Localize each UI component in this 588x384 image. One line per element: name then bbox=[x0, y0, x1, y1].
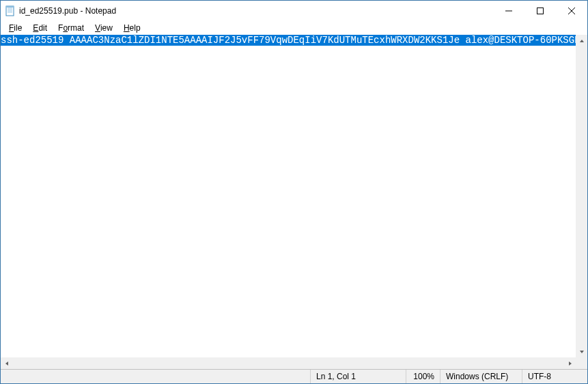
menu-view[interactable]: View bbox=[89, 22, 118, 34]
menu-format[interactable]: Format bbox=[53, 22, 89, 34]
maximize-button[interactable] bbox=[524, 1, 556, 20]
status-zoom: 100% bbox=[406, 370, 440, 383]
minimize-button[interactable] bbox=[493, 1, 524, 20]
scrollbar-horizontal[interactable] bbox=[1, 357, 576, 369]
scroll-corner bbox=[576, 357, 587, 369]
status-encoding: UTF-8 bbox=[522, 370, 587, 383]
scroll-track-horizontal[interactable] bbox=[12, 357, 564, 369]
svg-marker-11 bbox=[580, 351, 584, 353]
notepad-icon bbox=[5, 5, 16, 16]
scroll-left-button[interactable] bbox=[1, 357, 12, 369]
statusbar: Ln 1, Col 1 100% Windows (CRLF) UTF-8 bbox=[1, 369, 587, 383]
close-button[interactable] bbox=[556, 1, 587, 20]
scroll-up-button[interactable] bbox=[576, 35, 587, 46]
menubar: File Edit Format View Help bbox=[1, 21, 587, 35]
menu-edit[interactable]: Edit bbox=[27, 22, 53, 34]
svg-rect-5 bbox=[6, 6, 14, 8]
scroll-right-button[interactable] bbox=[564, 357, 576, 369]
status-position: Ln 1, Col 1 bbox=[311, 370, 406, 383]
status-spacer bbox=[1, 370, 311, 383]
menu-file[interactable]: File bbox=[3, 22, 27, 34]
svg-marker-10 bbox=[580, 40, 584, 42]
text-editor-area[interactable]: ssh-ed25519 AAAAC3NzaC1lZDI1NTE5AAAAIJF2… bbox=[1, 35, 587, 369]
scrollbar-vertical[interactable] bbox=[576, 35, 587, 357]
status-line-ending: Windows (CRLF) bbox=[440, 370, 522, 383]
scroll-down-button[interactable] bbox=[576, 346, 587, 357]
scroll-track-vertical[interactable] bbox=[576, 46, 587, 346]
menu-help[interactable]: Help bbox=[118, 22, 146, 34]
window-controls bbox=[493, 1, 587, 21]
titlebar: id_ed25519.pub - Notepad bbox=[1, 1, 587, 21]
svg-marker-13 bbox=[569, 361, 572, 366]
notepad-window: id_ed25519.pub - Notepad File Edit Forma… bbox=[0, 0, 588, 384]
svg-rect-7 bbox=[537, 8, 544, 14]
selected-text[interactable]: ssh-ed25519 AAAAC3NzaC1lZDI1NTE5AAAAIJF2… bbox=[1, 35, 580, 46]
window-title: id_ed25519.pub - Notepad bbox=[19, 6, 493, 16]
svg-marker-12 bbox=[5, 361, 8, 366]
